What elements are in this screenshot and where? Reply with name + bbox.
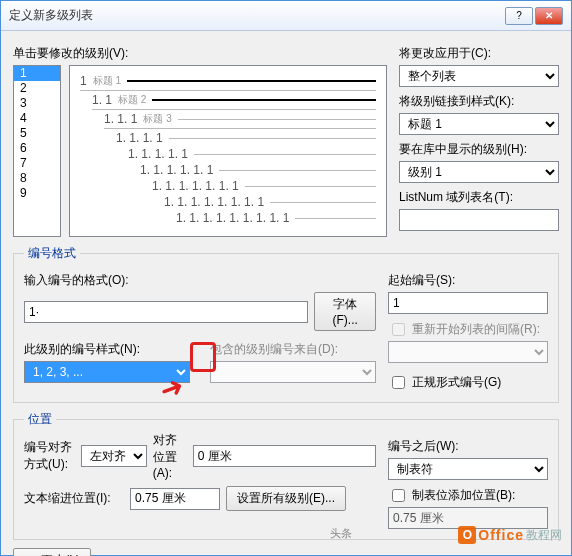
preview-line: 1. 1. 1. 1. 1. 1. 1. 1. 1 bbox=[80, 211, 376, 225]
number-format-group: 编号格式 输入编号的格式(O): 字体(F)... 此级别的编号样式(N): 1… bbox=[13, 245, 559, 403]
titlebar: 定义新多级列表 ? ✕ bbox=[1, 1, 571, 31]
link-style-select[interactable]: 标题 1 bbox=[399, 113, 559, 135]
preview-line: 1. 1. 1. 1. 1. 1. 1 bbox=[80, 179, 376, 193]
window-title: 定义新多级列表 bbox=[9, 7, 505, 24]
level-item[interactable]: 5 bbox=[14, 126, 60, 141]
gallery-level-label: 要在库中显示的级别(H): bbox=[399, 141, 559, 158]
level-listbox[interactable]: 123456789 bbox=[13, 65, 61, 237]
style-label: 此级别的编号样式(N): bbox=[24, 341, 190, 358]
position-group: 位置 编号对齐方式(U): 左对齐 对齐位置(A): 文本缩进位置(I): 设置… bbox=[13, 411, 559, 540]
level-item[interactable]: 4 bbox=[14, 111, 60, 126]
level-item[interactable]: 8 bbox=[14, 171, 60, 186]
restart-checkbox bbox=[392, 323, 405, 336]
start-at-input[interactable] bbox=[388, 292, 548, 314]
watermark-office: Office bbox=[478, 527, 524, 543]
help-button[interactable]: ? bbox=[505, 7, 533, 25]
preview-line: 1. 1. 1. 1 bbox=[80, 131, 376, 145]
gallery-level-select[interactable]: 级别 1 bbox=[399, 161, 559, 183]
align-label: 编号对齐方式(U): bbox=[24, 439, 75, 473]
office-logo-icon: O bbox=[458, 526, 476, 544]
format-label: 输入编号的格式(O): bbox=[24, 272, 376, 289]
apply-to-label: 将更改应用于(C): bbox=[399, 45, 559, 62]
tab-add-checkbox[interactable] bbox=[392, 489, 405, 502]
align-at-label: 对齐位置(A): bbox=[153, 432, 187, 480]
include-from-select bbox=[210, 361, 376, 383]
align-at-input[interactable] bbox=[193, 445, 376, 467]
legal-label: 正规形式编号(G) bbox=[412, 374, 501, 391]
number-style-select[interactable]: 1, 2, 3, ... bbox=[24, 361, 190, 383]
preview-line: 1. 1. 1. 1. 1. 1. 1. 1 bbox=[80, 195, 376, 209]
preview-line: 1标题 1 bbox=[80, 74, 376, 88]
level-item[interactable]: 1 bbox=[14, 66, 60, 81]
listnum-label: ListNum 域列表名(T): bbox=[399, 189, 559, 206]
indent-label: 文本缩进位置(I): bbox=[24, 490, 124, 507]
indent-input[interactable] bbox=[130, 488, 220, 510]
follow-select[interactable]: 制表符 bbox=[388, 458, 548, 480]
preview-line: 1. 1. 1标题 3 bbox=[80, 112, 376, 126]
align-select[interactable]: 左对齐 bbox=[81, 445, 147, 467]
preview-pane: 1标题 11. 1标题 21. 1. 1标题 31. 1. 1. 11. 1. … bbox=[69, 65, 387, 237]
preview-line: 1. 1. 1. 1. 1 bbox=[80, 147, 376, 161]
follow-label: 编号之后(W): bbox=[388, 438, 548, 455]
restart-select bbox=[388, 341, 548, 363]
format-input[interactable] bbox=[24, 301, 308, 323]
click-level-label: 单击要修改的级别(V): bbox=[13, 45, 387, 62]
legal-checkbox[interactable] bbox=[392, 376, 405, 389]
level-item[interactable]: 7 bbox=[14, 156, 60, 171]
include-from-label: 包含的级别编号来自(D): bbox=[210, 341, 376, 358]
less-button[interactable]: << 更少(L) bbox=[13, 548, 91, 556]
start-at-label: 起始编号(S): bbox=[388, 272, 548, 289]
font-button[interactable]: 字体(F)... bbox=[314, 292, 376, 331]
listnum-input[interactable] bbox=[399, 209, 559, 231]
level-item[interactable]: 3 bbox=[14, 96, 60, 111]
preview-line: 1. 1标题 2 bbox=[80, 93, 376, 107]
level-item[interactable]: 6 bbox=[14, 141, 60, 156]
preview-line: 1. 1. 1. 1. 1. 1 bbox=[80, 163, 376, 177]
link-style-label: 将级别链接到样式(K): bbox=[399, 93, 559, 110]
watermark-head: 头条 bbox=[330, 526, 352, 541]
watermark: O Office 教程网 bbox=[458, 526, 562, 544]
watermark-tut: 教程网 bbox=[526, 527, 562, 544]
restart-label: 重新开始列表的间隔(R): bbox=[412, 321, 540, 338]
set-all-levels-button[interactable]: 设置所有级别(E)... bbox=[226, 486, 346, 511]
number-format-legend: 编号格式 bbox=[24, 245, 80, 262]
level-item[interactable]: 2 bbox=[14, 81, 60, 96]
position-legend: 位置 bbox=[24, 411, 56, 428]
apply-to-select[interactable]: 整个列表 bbox=[399, 65, 559, 87]
level-item[interactable]: 9 bbox=[14, 186, 60, 201]
close-button[interactable]: ✕ bbox=[535, 7, 563, 25]
tab-add-label: 制表位添加位置(B): bbox=[412, 487, 515, 504]
